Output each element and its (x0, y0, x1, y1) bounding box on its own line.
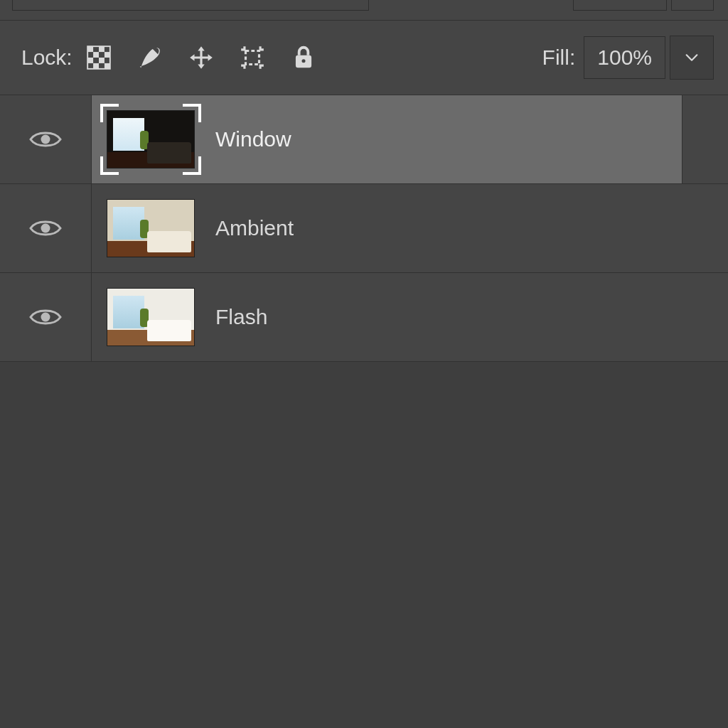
lock-label: Lock: (21, 46, 73, 70)
lock-buttons (85, 44, 317, 71)
layer-list: WindowAmbientFlash (0, 95, 728, 362)
layer-row-body[interactable]: Ambient (92, 184, 682, 272)
svg-point-11 (301, 59, 305, 63)
layer-name[interactable]: Flash (215, 305, 267, 329)
svg-rect-7 (93, 63, 99, 69)
lock-all-icon[interactable] (290, 44, 317, 71)
opacity-field-stub[interactable] (573, 0, 667, 11)
row-endcap (682, 184, 728, 272)
svg-rect-9 (245, 51, 259, 65)
lock-pixels-icon[interactable] (136, 44, 164, 71)
lock-fill-toolbar: Lock: (0, 20, 728, 95)
visibility-eye-icon[interactable] (0, 273, 92, 361)
svg-rect-2 (99, 46, 105, 52)
visibility-eye-icon[interactable] (0, 95, 92, 183)
layer-name[interactable]: Window (215, 127, 291, 151)
svg-rect-8 (105, 63, 110, 69)
lock-artboard-icon[interactable] (239, 44, 266, 71)
svg-rect-3 (93, 52, 99, 58)
layer-thumbnail[interactable] (105, 108, 197, 171)
svg-rect-1 (87, 46, 93, 52)
panel-header-stub (0, 0, 728, 20)
svg-rect-5 (87, 58, 93, 63)
layer-thumbnail[interactable] (105, 286, 197, 348)
layers-empty-area (0, 362, 728, 728)
fill-label: Fill: (542, 46, 576, 70)
layer-row[interactable]: Window (0, 95, 728, 184)
visibility-eye-icon[interactable] (0, 184, 92, 272)
layer-thumbnail[interactable] (105, 197, 197, 259)
svg-point-12 (41, 135, 50, 144)
svg-rect-6 (99, 58, 105, 63)
row-endcap (682, 273, 728, 361)
layer-row[interactable]: Flash (0, 273, 728, 362)
layer-row[interactable]: Ambient (0, 184, 728, 273)
opacity-dropdown-stub[interactable] (671, 0, 714, 11)
layers-panel: Lock: (0, 0, 728, 728)
layer-row-body[interactable]: Window (92, 95, 682, 183)
fill-value-field[interactable]: 100% (584, 36, 665, 79)
svg-point-14 (41, 313, 50, 322)
layer-name[interactable]: Ambient (215, 216, 294, 240)
svg-point-13 (41, 224, 50, 233)
svg-rect-4 (105, 52, 110, 58)
row-endcap (682, 95, 728, 183)
layer-row-body[interactable]: Flash (92, 273, 682, 361)
blend-mode-field-stub[interactable] (12, 0, 369, 11)
fill-dropdown-button[interactable] (670, 36, 714, 80)
lock-transparency-icon[interactable] (85, 44, 112, 71)
lock-position-icon[interactable] (188, 44, 215, 71)
